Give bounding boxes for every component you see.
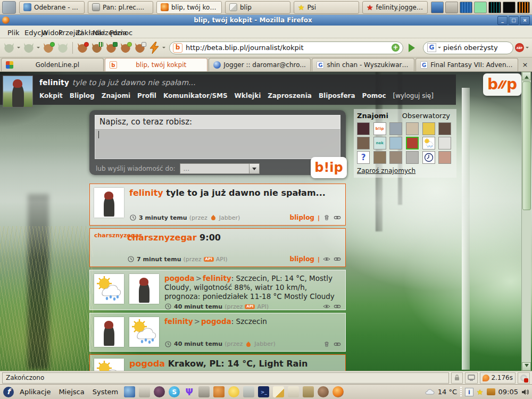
adblock-status[interactable] [518,372,530,384]
author-link[interactable]: felinity [129,188,163,198]
friend-avatar-online[interactable] [406,137,419,149]
launcher-package[interactable] [303,386,314,397]
select-dropdown-icon[interactable] [249,164,259,173]
net-monitor-applet[interactable] [488,2,501,13]
vertical-scrollbar[interactable] [521,72,531,371]
permalink-icon[interactable] [334,341,341,347]
friend-avatar[interactable] [389,122,402,135]
blip-logo-small[interactable]: b!ip [311,157,347,178]
compose-textarea[interactable] [95,129,340,159]
launcher-printer[interactable] [198,386,210,397]
forward-dropdown-icon[interactable] [37,47,40,50]
fedora-menu-icon[interactable] [3,387,14,397]
launcher-thunderbird[interactable] [124,386,135,397]
window-titlebar[interactable]: blip, twój kokpit - Mozilla Firefox [0,15,532,26]
scrollbar-thumb[interactable] [522,81,531,210]
back-dropdown-icon[interactable] [17,47,20,50]
bliplog-link[interactable]: bliplog [290,214,314,221]
home-cat-icon[interactable] [105,41,118,54]
tab-ffvii[interactable]: GFinal Fantasy VII: Advent ... [415,58,518,71]
menu-przejdz[interactable]: Przejdź [54,28,70,36]
menu-narzedzia[interactable]: Narzędzia [88,28,104,36]
permalink-icon[interactable] [334,256,341,262]
bliplog-link[interactable]: bliplog [290,255,314,263]
taskbar-window-mail[interactable]: Odebrane - ... [19,1,85,14]
green-plus-icon[interactable] [392,44,400,52]
delete-icon[interactable] [323,341,330,347]
friend-avatar[interactable] [389,151,402,164]
temperature[interactable]: 14 °C [438,388,457,396]
launcher-terminal[interactable]: >_ [258,386,269,397]
adblock-plus-icon[interactable]: ABP [515,43,524,52]
search-engine-dropdown-icon[interactable] [438,47,441,50]
maximize-button[interactable] [509,16,519,25]
forward-button-cat-icon[interactable] [22,41,35,54]
launcher-weather[interactable] [228,386,239,397]
security-indicator[interactable] [451,372,463,384]
taskbar-window-pan[interactable]: Pan: pl.rec.... [88,1,153,14]
nav-zaproszenia[interactable]: Zaproszenia [268,92,312,99]
friend-avatar[interactable]: b!ip [373,122,386,135]
updates-tray-icon[interactable] [487,388,495,395]
pogoda-avatar[interactable] [94,359,124,371]
url-bar[interactable]: b http://beta.blip.pl/journalist/kokpit [169,41,403,54]
menu-widok[interactable]: Widok [37,28,53,36]
friend-avatar[interactable] [422,122,435,135]
friend-avatar[interactable] [438,122,451,135]
launcher-firefox[interactable] [332,386,344,397]
avatar-alt-text[interactable]: charsznyzegar [94,232,122,263]
cpu-monitor-applet[interactable] [460,2,472,13]
launcher-notes[interactable] [243,386,254,397]
friend-avatar[interactable] [438,137,451,149]
author-link[interactable]: charsznyzegar [127,232,197,243]
felinity-avatar[interactable] [94,188,124,218]
minimize-button[interactable] [497,16,508,25]
menu-system[interactable]: System [90,388,120,396]
delete-icon[interactable] [323,214,330,221]
recipient-link[interactable]: pogoda [201,317,231,326]
swap-monitor-applet[interactable] [503,2,516,13]
close-button[interactable] [520,16,530,25]
fasterfox-bolt-icon[interactable] [148,41,161,54]
permalink-icon[interactable] [334,303,341,310]
downloads-cat-icon[interactable] [134,41,146,54]
menu-aplikacje[interactable]: Aplikacje [18,388,53,396]
taskbar-window-blip[interactable]: blip [225,1,290,14]
pogoda-avatar[interactable] [129,317,159,347]
author-link[interactable]: pogoda [129,359,165,369]
stop-button-cat-icon[interactable] [56,41,69,54]
user-avatar[interactable] [3,76,33,107]
launcher-psi[interactable]: Ψ [184,386,195,397]
show-desktop-icon[interactable] [2,1,16,14]
menu-edycja[interactable]: Edycja [20,28,36,36]
pogoda-avatar[interactable] [94,274,124,304]
nav-kokpit[interactable]: Kokpit [39,92,63,99]
menu-pomoc[interactable]: Pomoc [105,28,121,36]
nav-wklejki[interactable]: Wklejki [235,92,261,99]
mail-cat-icon[interactable] [76,41,89,54]
disk-monitor-applet[interactable] [517,2,530,13]
bookmarks-cat-icon[interactable] [90,41,103,54]
nav-bliplog[interactable]: Bliplog [70,92,95,99]
menu-plik[interactable]: Plik [3,28,19,36]
friend-avatar[interactable] [357,122,370,135]
friend-avatar[interactable] [373,151,386,164]
launcher-gimp[interactable] [318,386,329,397]
clock-avatar-icon[interactable] [422,151,435,164]
go-button-icon[interactable] [409,44,419,52]
recipient-select[interactable]: ... [180,163,260,174]
tab-jogger[interactable]: Jogger :: daromar@chro... [209,58,311,71]
proxy-indicator[interactable] [465,372,478,384]
blip-logo[interactable]: bp [483,73,521,96]
search-box[interactable]: G pieśń oberżysty [423,41,513,54]
launcher-scanner[interactable] [139,386,150,397]
clock[interactable]: 09:05 [498,388,518,396]
dictionary-tray-icon[interactable] [465,388,473,396]
felinity-avatar[interactable] [129,274,159,304]
search-input[interactable]: pieśń oberżysty [443,44,509,52]
invite-friends-link[interactable]: Zaproś znajomych [357,167,415,174]
friend-avatar[interactable] [389,137,402,149]
taskbar-window-psi[interactable]: Psi [294,1,359,14]
menu-miejsca[interactable]: Miejsca [56,388,86,396]
adblock-dropdown-icon[interactable] [526,47,529,50]
